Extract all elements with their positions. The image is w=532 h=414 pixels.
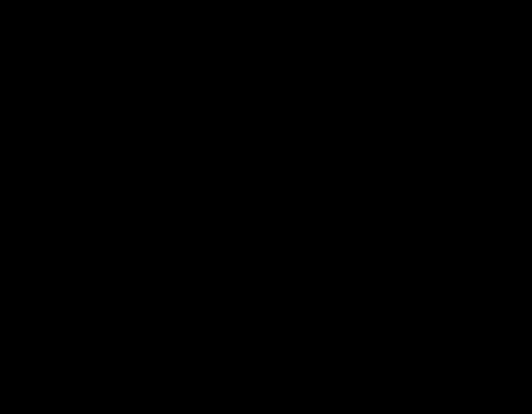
weather-charts-canvas [0, 0, 532, 414]
chart-title-pressure: Pressione [277, 0, 316, 10]
legend-item-solar: Solar [87, 238, 108, 248]
legend-item-pioggia: Pioggia [1, 238, 31, 248]
chart-title-wind: Forza vento) [26, 0, 78, 10]
legend-item-umidita: Umidita [48, 238, 80, 248]
weather-graph-window: Forza vento) 24 hour graph day : 18 Febb… [0, 0, 532, 414]
legend-item-dew-point: Dew Point (°C) [292, 238, 352, 248]
legend-item-temperatura: Temperatura [233, 238, 285, 248]
chart-title-main: 24 hour graph day : 18 Febbraio 2016 [128, 0, 284, 10]
legend-item-temp-interna: Temp. interna [128, 238, 184, 248]
